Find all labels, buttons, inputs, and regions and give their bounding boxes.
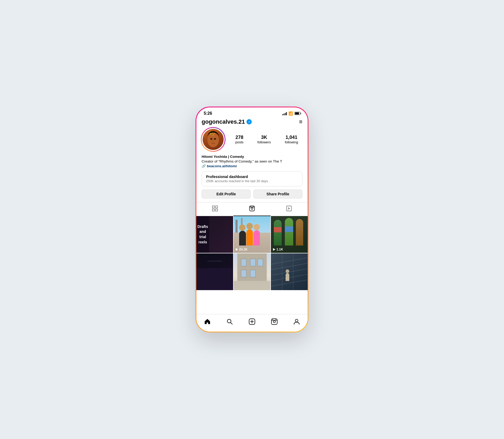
- svg-point-15: [251, 208, 253, 210]
- bio-text: Creator of "Rhythms of Comedy," as seen …: [202, 159, 302, 163]
- username: gogoncalves.21: [202, 118, 245, 125]
- avatar-ring-inner: [202, 128, 225, 151]
- home-icon: [204, 318, 211, 325]
- posts-stat[interactable]: 278 posts: [235, 135, 244, 144]
- svg-rect-10: [212, 206, 214, 208]
- share-profile-button[interactable]: Share Profile: [253, 190, 302, 198]
- profile-nav-icon: [293, 318, 300, 325]
- svg-rect-27: [271, 319, 277, 325]
- svg-rect-13: [216, 209, 218, 211]
- view-count-1: 24.1K: [239, 248, 248, 251]
- nav-reels[interactable]: [269, 317, 280, 326]
- tabs: [196, 202, 308, 216]
- following-count: 1,041: [286, 135, 297, 140]
- bio-name: Hitomi Yoshida | Comedy: [202, 155, 302, 159]
- bottom-nav: [196, 314, 308, 332]
- svg-rect-14: [249, 206, 254, 211]
- tab-reels[interactable]: [233, 202, 270, 216]
- signal-icon: [282, 112, 287, 115]
- edit-profile-button[interactable]: Edit Profile: [202, 190, 251, 198]
- pro-dashboard-subtitle: 250K accounts reached in the last 30 day…: [206, 179, 298, 183]
- username-row: gogoncalves.21 ✓: [202, 118, 252, 125]
- status-icons: 📶: [282, 111, 300, 116]
- drafts-overlay[interactable]: Drafts andtrial reels: [196, 216, 209, 253]
- avatar[interactable]: [203, 129, 224, 150]
- svg-point-32: [295, 319, 298, 322]
- phone-frame: 5:26 📶 gogoncalves.21: [196, 107, 308, 332]
- tab-grid[interactable]: [196, 202, 233, 216]
- following-stat[interactable]: 1,041 following: [285, 135, 298, 144]
- pro-dashboard-title: Professional dashboard: [206, 175, 298, 179]
- battery-icon: [295, 112, 300, 115]
- drafts-text: Drafts andtrial reels: [196, 224, 209, 245]
- grid-cell-stairs[interactable]: [271, 253, 308, 290]
- svg-rect-12: [212, 209, 214, 211]
- grid-cell-drafts[interactable]: Drafts andtrial reels: [196, 216, 233, 253]
- followers-count: 3K: [261, 135, 267, 140]
- posts-count: 278: [235, 135, 243, 140]
- content-area: Drafts andtrial reels: [196, 216, 308, 314]
- nav-create[interactable]: [247, 317, 257, 326]
- posts-label: posts: [235, 140, 244, 144]
- header: gogoncalves.21 ✓ ≡: [196, 117, 308, 128]
- bio-link-text: beacons.ai/hitomi: [207, 164, 237, 168]
- following-label: following: [285, 140, 298, 144]
- phone-wrapper: 5:26 📶 gogoncalves.21: [196, 107, 308, 332]
- followers-stat[interactable]: 3K followers: [258, 135, 271, 144]
- svg-point-5: [214, 138, 216, 140]
- verified-badge: ✓: [246, 119, 252, 124]
- svg-rect-19: [287, 206, 292, 211]
- svg-rect-11: [216, 206, 218, 208]
- stats-row: 278 posts 3K followers 1,041 following: [231, 135, 302, 144]
- svg-point-4: [210, 138, 212, 140]
- profile-section: 278 posts 3K followers 1,041 following: [196, 128, 308, 168]
- avatar-container: [202, 128, 225, 151]
- followers-label: followers: [258, 140, 271, 144]
- grid-cell-outdoor[interactable]: [234, 253, 270, 290]
- grid-icon: [212, 206, 218, 213]
- status-bar: 5:26 📶: [196, 107, 308, 117]
- grid-cell-dark[interactable]: [196, 253, 233, 290]
- svg-point-9: [212, 140, 214, 142]
- svg-line-23: [231, 323, 233, 325]
- grid-container: Drafts andtrial reels: [196, 216, 308, 290]
- action-buttons: Edit Profile Share Profile: [196, 190, 308, 198]
- grid-cell-people[interactable]: 1.1K: [271, 216, 308, 253]
- reels-nav-icon: [271, 318, 278, 325]
- nav-home[interactable]: [202, 317, 213, 326]
- link-icon: 🔗: [202, 164, 206, 168]
- reel-count-2: 1.1K: [272, 248, 283, 251]
- search-icon: [226, 318, 233, 325]
- pro-dashboard[interactable]: Professional dashboard 250K accounts rea…: [202, 171, 302, 186]
- reels-icon: [249, 206, 255, 213]
- create-icon: [249, 318, 255, 325]
- avatar-ring: [201, 127, 225, 152]
- profile-top: 278 posts 3K followers 1,041 following: [202, 128, 302, 151]
- wifi-icon: 📶: [288, 111, 293, 116]
- phone-screen: 5:26 📶 gogoncalves.21: [196, 107, 308, 332]
- grid-cell-street[interactable]: 24.1K: [234, 216, 270, 253]
- svg-marker-21: [273, 248, 275, 251]
- status-time: 5:26: [204, 111, 212, 116]
- tab-tagged[interactable]: [271, 202, 308, 216]
- view-count-2: 1.1K: [276, 248, 283, 251]
- svg-point-28: [273, 321, 275, 323]
- tagged-icon: [286, 206, 292, 213]
- reel-count-1: 24.1K: [235, 248, 248, 251]
- nav-search[interactable]: [224, 317, 235, 326]
- nav-profile[interactable]: [291, 317, 302, 326]
- menu-icon[interactable]: ≡: [299, 118, 302, 125]
- svg-marker-20: [236, 248, 238, 251]
- bio-link[interactable]: 🔗 beacons.ai/hitomi: [202, 164, 302, 168]
